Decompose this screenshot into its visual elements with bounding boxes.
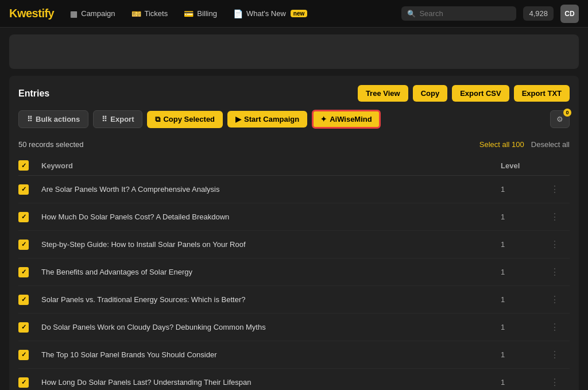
tree-view-button[interactable]: Tree View xyxy=(358,85,408,102)
nav-label-whats-new: What's New xyxy=(246,9,286,18)
level-cell: 1 xyxy=(501,213,547,221)
export-label: Export xyxy=(110,115,134,123)
row-menu-button[interactable]: ⋮ xyxy=(547,265,563,279)
billing-icon: 💳 xyxy=(184,9,194,18)
entries-title: Entries xyxy=(18,88,353,99)
copy-selected-label: Copy Selected xyxy=(163,115,215,123)
select-all-checkbox[interactable]: ✓ xyxy=(18,160,29,171)
keyword-cell: Step-by-Step Guide: How to Install Solar… xyxy=(41,240,501,249)
search-icon: 🔍 xyxy=(407,10,416,18)
level-cell: 1 xyxy=(501,323,547,331)
header-checkbox-col: ✓ xyxy=(18,160,41,171)
row-menu-button[interactable]: ⋮ xyxy=(547,321,563,334)
level-cell: 1 xyxy=(501,295,547,304)
export-txt-button[interactable]: Export TXT xyxy=(514,85,570,102)
selection-count: 50 records selected xyxy=(18,140,83,149)
bulk-actions-dots: ⠿ xyxy=(27,115,33,123)
nav-item-campaign[interactable]: ▦ Campaign xyxy=(63,6,122,22)
header-keyword: Keyword xyxy=(41,161,501,170)
level-cell: 1 xyxy=(501,268,547,276)
table-row: ✓ Do Solar Panels Work on Cloudy Days? D… xyxy=(18,314,570,341)
row-menu-button[interactable]: ⋮ xyxy=(547,293,563,306)
table-row: ✓ Solar Panels vs. Traditional Energy So… xyxy=(18,286,570,314)
table-row: ✓ Step-by-Step Guide: How to Install Sol… xyxy=(18,231,570,258)
start-campaign-label: Start Campaign xyxy=(244,115,299,123)
whats-new-badge: new xyxy=(291,10,307,17)
export-button[interactable]: ⠿ Export xyxy=(93,110,142,128)
copy-selected-button[interactable]: ⧉ Copy Selected xyxy=(147,111,223,128)
avatar[interactable]: CD xyxy=(560,5,579,23)
whats-new-icon: 📄 xyxy=(233,9,243,18)
row-checkbox[interactable]: ✓ xyxy=(18,295,29,305)
nav-label-tickets: Tickets xyxy=(145,9,168,18)
copy-button[interactable]: Copy xyxy=(413,85,448,102)
row-checkbox[interactable]: ✓ xyxy=(18,212,29,222)
banner xyxy=(9,34,579,69)
bulk-actions-label: Bulk actions xyxy=(36,115,80,123)
selection-row: 50 records selected Select all 100 Desel… xyxy=(18,136,570,153)
level-cell: 1 xyxy=(501,350,547,359)
nav-label-campaign: Campaign xyxy=(81,9,115,18)
table-row: ✓ How Long Do Solar Panels Last? Underst… xyxy=(18,369,570,390)
table-header: ✓ Keyword Level xyxy=(18,156,570,176)
nav-item-whats-new[interactable]: 📄 What's New new xyxy=(226,6,314,22)
row-checkbox[interactable]: ✓ xyxy=(18,240,29,250)
row-menu-button[interactable]: ⋮ xyxy=(547,348,563,361)
aiwisemind-icon: ✦ xyxy=(320,115,327,123)
keyword-cell: How Much Do Solar Panels Cost? A Detaile… xyxy=(41,213,501,221)
top-navigation: Kwestify ▦ Campaign 🎫 Tickets 💳 Billing … xyxy=(0,0,588,28)
row-checkbox[interactable]: ✓ xyxy=(18,184,29,195)
table-row: ✓ Are Solar Panels Worth It? A Comprehen… xyxy=(18,176,570,203)
table-row: ✓ The Benefits and Advantages of Solar E… xyxy=(18,258,570,286)
row-menu-button[interactable]: ⋮ xyxy=(547,183,563,196)
level-cell: 1 xyxy=(501,185,547,194)
table-row: ✓ The Top 10 Solar Panel Brands You Shou… xyxy=(18,341,570,369)
nav-item-billing[interactable]: 💳 Billing xyxy=(177,6,224,22)
aiwisemind-label: AiWiseMind xyxy=(330,115,372,123)
row-checkbox[interactable]: ✓ xyxy=(18,350,29,360)
nav-item-tickets[interactable]: 🎫 Tickets xyxy=(125,6,175,22)
row-menu-button[interactable]: ⋮ xyxy=(547,376,563,389)
level-cell: 1 xyxy=(501,240,547,249)
select-all-button[interactable]: Select all 100 xyxy=(479,140,524,149)
row-checkbox[interactable]: ✓ xyxy=(18,267,29,277)
campaign-icon: ▦ xyxy=(70,9,78,18)
search-input[interactable] xyxy=(419,9,510,18)
bulk-actions-button[interactable]: ⠿ Bulk actions xyxy=(18,110,88,128)
start-icon: ▶ xyxy=(235,115,241,123)
copy-selected-icon: ⧉ xyxy=(155,115,160,124)
keyword-cell: Are Solar Panels Worth It? A Comprehensi… xyxy=(41,185,501,194)
search-box: 🔍 xyxy=(401,6,516,21)
filter-icon: ⚙ xyxy=(556,115,563,123)
level-cell: 1 xyxy=(501,378,547,387)
aiwisemind-button[interactable]: ✦ AiWiseMind xyxy=(312,110,381,129)
export-dots: ⠿ xyxy=(102,115,107,123)
header-level: Level xyxy=(501,161,547,170)
entries-panel: Entries Tree View Copy Export CSV Export… xyxy=(9,76,579,390)
app-logo: Kwestify xyxy=(9,7,54,20)
filter-button[interactable]: ⚙ 0 xyxy=(550,110,570,128)
table-row: ✓ How Much Do Solar Panels Cost? A Detai… xyxy=(18,203,570,231)
deselect-all-button[interactable]: Deselect all xyxy=(531,140,570,149)
export-csv-button[interactable]: Export CSV xyxy=(452,85,509,102)
table-body: ✓ Are Solar Panels Worth It? A Comprehen… xyxy=(18,176,570,390)
entries-header: Entries Tree View Copy Export CSV Export… xyxy=(18,85,570,102)
keyword-cell: Solar Panels vs. Traditional Energy Sour… xyxy=(41,295,501,304)
selection-actions: Select all 100 Deselect all xyxy=(479,140,570,149)
keyword-cell: Do Solar Panels Work on Cloudy Days? Deb… xyxy=(41,323,501,331)
row-checkbox[interactable]: ✓ xyxy=(18,322,29,333)
keyword-cell: The Benefits and Advantages of Solar Ene… xyxy=(41,268,501,276)
keyword-cell: The Top 10 Solar Panel Brands You Should… xyxy=(41,350,501,359)
start-campaign-button[interactable]: ▶ Start Campaign xyxy=(227,111,307,128)
nav-label-billing: Billing xyxy=(197,9,217,18)
row-menu-button[interactable]: ⋮ xyxy=(547,238,563,251)
toolbar: ⠿ Bulk actions ⠿ Export ⧉ Copy Selected … xyxy=(18,110,570,129)
row-menu-button[interactable]: ⋮ xyxy=(547,210,563,223)
credits-badge: 4,928 xyxy=(523,6,554,21)
row-checkbox[interactable]: ✓ xyxy=(18,377,29,388)
tickets-icon: 🎫 xyxy=(131,9,141,18)
filter-count-badge: 0 xyxy=(563,109,571,117)
keyword-cell: How Long Do Solar Panels Last? Understan… xyxy=(41,378,501,387)
